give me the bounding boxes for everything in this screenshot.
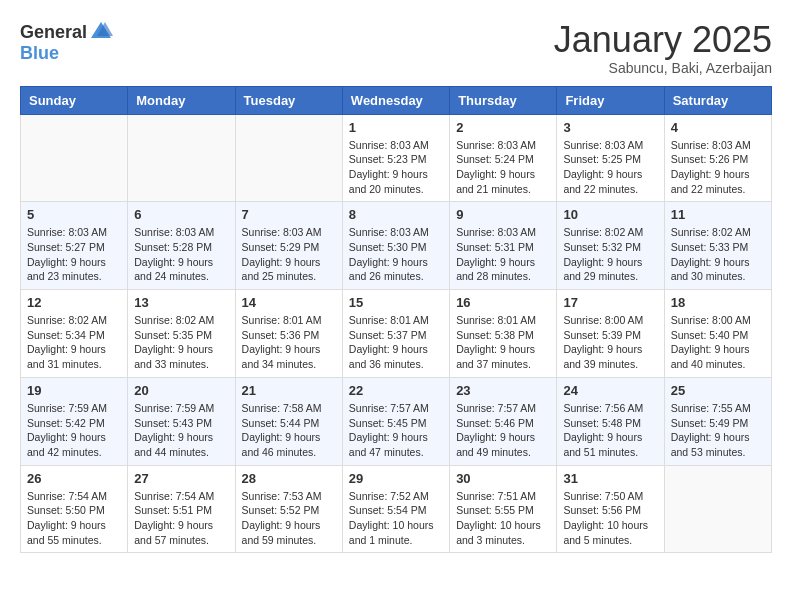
calendar-cell: 9Sunrise: 8:03 AM Sunset: 5:31 PM Daylig…	[450, 202, 557, 290]
calendar-cell: 19Sunrise: 7:59 AM Sunset: 5:42 PM Dayli…	[21, 377, 128, 465]
calendar-cell	[235, 114, 342, 202]
calendar-cell: 23Sunrise: 7:57 AM Sunset: 5:46 PM Dayli…	[450, 377, 557, 465]
logo: General Blue	[20, 20, 113, 63]
day-number: 16	[456, 295, 550, 310]
logo-blue: Blue	[20, 43, 59, 63]
calendar-cell: 17Sunrise: 8:00 AM Sunset: 5:39 PM Dayli…	[557, 290, 664, 378]
calendar-cell: 26Sunrise: 7:54 AM Sunset: 5:50 PM Dayli…	[21, 465, 128, 553]
calendar-week-row: 5Sunrise: 8:03 AM Sunset: 5:27 PM Daylig…	[21, 202, 772, 290]
calendar-cell	[128, 114, 235, 202]
day-number: 4	[671, 120, 765, 135]
day-info: Sunrise: 7:53 AM Sunset: 5:52 PM Dayligh…	[242, 489, 336, 548]
day-info: Sunrise: 7:51 AM Sunset: 5:55 PM Dayligh…	[456, 489, 550, 548]
day-info: Sunrise: 8:02 AM Sunset: 5:32 PM Dayligh…	[563, 225, 657, 284]
day-info: Sunrise: 8:03 AM Sunset: 5:23 PM Dayligh…	[349, 138, 443, 197]
day-info: Sunrise: 8:03 AM Sunset: 5:27 PM Dayligh…	[27, 225, 121, 284]
day-info: Sunrise: 8:03 AM Sunset: 5:26 PM Dayligh…	[671, 138, 765, 197]
day-info: Sunrise: 8:02 AM Sunset: 5:34 PM Dayligh…	[27, 313, 121, 372]
calendar-cell	[664, 465, 771, 553]
day-number: 24	[563, 383, 657, 398]
calendar-cell: 16Sunrise: 8:01 AM Sunset: 5:38 PM Dayli…	[450, 290, 557, 378]
calendar-table: SundayMondayTuesdayWednesdayThursdayFrid…	[20, 86, 772, 554]
calendar-cell: 15Sunrise: 8:01 AM Sunset: 5:37 PM Dayli…	[342, 290, 449, 378]
calendar-cell: 5Sunrise: 8:03 AM Sunset: 5:27 PM Daylig…	[21, 202, 128, 290]
day-info: Sunrise: 7:56 AM Sunset: 5:48 PM Dayligh…	[563, 401, 657, 460]
day-number: 31	[563, 471, 657, 486]
day-number: 18	[671, 295, 765, 310]
day-info: Sunrise: 8:01 AM Sunset: 5:37 PM Dayligh…	[349, 313, 443, 372]
day-number: 5	[27, 207, 121, 222]
calendar-cell: 6Sunrise: 8:03 AM Sunset: 5:28 PM Daylig…	[128, 202, 235, 290]
calendar-cell: 11Sunrise: 8:02 AM Sunset: 5:33 PM Dayli…	[664, 202, 771, 290]
day-number: 10	[563, 207, 657, 222]
day-info: Sunrise: 7:52 AM Sunset: 5:54 PM Dayligh…	[349, 489, 443, 548]
day-info: Sunrise: 7:50 AM Sunset: 5:56 PM Dayligh…	[563, 489, 657, 548]
day-number: 26	[27, 471, 121, 486]
day-number: 13	[134, 295, 228, 310]
logo-icon	[89, 20, 113, 44]
day-number: 17	[563, 295, 657, 310]
day-number: 22	[349, 383, 443, 398]
day-number: 15	[349, 295, 443, 310]
day-number: 25	[671, 383, 765, 398]
calendar-cell	[21, 114, 128, 202]
calendar-cell: 29Sunrise: 7:52 AM Sunset: 5:54 PM Dayli…	[342, 465, 449, 553]
day-info: Sunrise: 7:59 AM Sunset: 5:42 PM Dayligh…	[27, 401, 121, 460]
calendar-cell: 20Sunrise: 7:59 AM Sunset: 5:43 PM Dayli…	[128, 377, 235, 465]
calendar-cell: 1Sunrise: 8:03 AM Sunset: 5:23 PM Daylig…	[342, 114, 449, 202]
day-header-sunday: Sunday	[21, 86, 128, 114]
calendar-cell: 7Sunrise: 8:03 AM Sunset: 5:29 PM Daylig…	[235, 202, 342, 290]
day-info: Sunrise: 7:54 AM Sunset: 5:51 PM Dayligh…	[134, 489, 228, 548]
day-info: Sunrise: 8:00 AM Sunset: 5:40 PM Dayligh…	[671, 313, 765, 372]
day-info: Sunrise: 7:59 AM Sunset: 5:43 PM Dayligh…	[134, 401, 228, 460]
day-header-wednesday: Wednesday	[342, 86, 449, 114]
calendar-week-row: 26Sunrise: 7:54 AM Sunset: 5:50 PM Dayli…	[21, 465, 772, 553]
day-number: 30	[456, 471, 550, 486]
day-number: 19	[27, 383, 121, 398]
location-subtitle: Sabuncu, Baki, Azerbaijan	[554, 60, 772, 76]
calendar-cell: 28Sunrise: 7:53 AM Sunset: 5:52 PM Dayli…	[235, 465, 342, 553]
day-number: 6	[134, 207, 228, 222]
calendar-cell: 14Sunrise: 8:01 AM Sunset: 5:36 PM Dayli…	[235, 290, 342, 378]
day-info: Sunrise: 8:01 AM Sunset: 5:38 PM Dayligh…	[456, 313, 550, 372]
day-info: Sunrise: 7:57 AM Sunset: 5:46 PM Dayligh…	[456, 401, 550, 460]
calendar-cell: 21Sunrise: 7:58 AM Sunset: 5:44 PM Dayli…	[235, 377, 342, 465]
day-info: Sunrise: 7:55 AM Sunset: 5:49 PM Dayligh…	[671, 401, 765, 460]
day-info: Sunrise: 8:03 AM Sunset: 5:25 PM Dayligh…	[563, 138, 657, 197]
calendar-cell: 31Sunrise: 7:50 AM Sunset: 5:56 PM Dayli…	[557, 465, 664, 553]
calendar-cell: 27Sunrise: 7:54 AM Sunset: 5:51 PM Dayli…	[128, 465, 235, 553]
day-info: Sunrise: 7:54 AM Sunset: 5:50 PM Dayligh…	[27, 489, 121, 548]
day-header-saturday: Saturday	[664, 86, 771, 114]
day-number: 20	[134, 383, 228, 398]
day-number: 2	[456, 120, 550, 135]
day-number: 12	[27, 295, 121, 310]
day-info: Sunrise: 8:03 AM Sunset: 5:31 PM Dayligh…	[456, 225, 550, 284]
day-header-tuesday: Tuesday	[235, 86, 342, 114]
day-number: 11	[671, 207, 765, 222]
logo-general: General	[20, 23, 87, 41]
day-header-monday: Monday	[128, 86, 235, 114]
calendar-cell: 10Sunrise: 8:02 AM Sunset: 5:32 PM Dayli…	[557, 202, 664, 290]
calendar-cell: 30Sunrise: 7:51 AM Sunset: 5:55 PM Dayli…	[450, 465, 557, 553]
day-info: Sunrise: 8:02 AM Sunset: 5:33 PM Dayligh…	[671, 225, 765, 284]
calendar-week-row: 1Sunrise: 8:03 AM Sunset: 5:23 PM Daylig…	[21, 114, 772, 202]
calendar-cell: 12Sunrise: 8:02 AM Sunset: 5:34 PM Dayli…	[21, 290, 128, 378]
day-number: 7	[242, 207, 336, 222]
day-info: Sunrise: 8:03 AM Sunset: 5:24 PM Dayligh…	[456, 138, 550, 197]
calendar-cell: 24Sunrise: 7:56 AM Sunset: 5:48 PM Dayli…	[557, 377, 664, 465]
day-info: Sunrise: 8:01 AM Sunset: 5:36 PM Dayligh…	[242, 313, 336, 372]
calendar-cell: 13Sunrise: 8:02 AM Sunset: 5:35 PM Dayli…	[128, 290, 235, 378]
calendar-cell: 3Sunrise: 8:03 AM Sunset: 5:25 PM Daylig…	[557, 114, 664, 202]
calendar-cell: 2Sunrise: 8:03 AM Sunset: 5:24 PM Daylig…	[450, 114, 557, 202]
day-number: 28	[242, 471, 336, 486]
day-number: 1	[349, 120, 443, 135]
day-number: 29	[349, 471, 443, 486]
calendar-cell: 25Sunrise: 7:55 AM Sunset: 5:49 PM Dayli…	[664, 377, 771, 465]
day-info: Sunrise: 8:03 AM Sunset: 5:28 PM Dayligh…	[134, 225, 228, 284]
day-number: 14	[242, 295, 336, 310]
day-header-thursday: Thursday	[450, 86, 557, 114]
day-number: 23	[456, 383, 550, 398]
title-block: January 2025 Sabuncu, Baki, Azerbaijan	[554, 20, 772, 76]
day-header-friday: Friday	[557, 86, 664, 114]
page-header: General Blue January 2025 Sabuncu, Baki,…	[20, 20, 772, 76]
